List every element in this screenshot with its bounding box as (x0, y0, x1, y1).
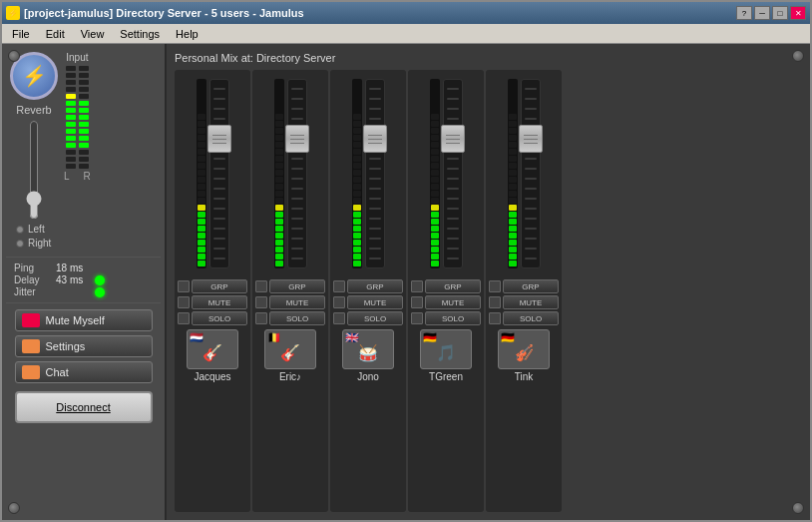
ch-mute-row-1: MUTE (255, 295, 325, 309)
mute-myself-button[interactable]: Mute Myself (15, 309, 153, 331)
user-info-2: 🇬🇧🥁Jono (333, 329, 403, 382)
fader-notch-0-8 (213, 168, 225, 170)
level-seg-3-12 (431, 177, 439, 183)
level-seg-4-18 (509, 135, 517, 141)
fader-notch-4-14 (525, 228, 537, 230)
user-info-1: 🇧🇪🎸Eric♪ (255, 329, 325, 382)
fader-grip-3-2 (446, 143, 460, 144)
ch-mute-button-2[interactable]: MUTE (347, 295, 403, 309)
fader-rail-4 (521, 79, 541, 268)
disconnect-button[interactable]: Disconnect (15, 391, 153, 423)
menu-view[interactable]: View (75, 27, 111, 41)
level-seg-1-8 (275, 205, 283, 211)
fader-notch-4-7 (525, 158, 537, 160)
ch-mute-indicator-0 (178, 296, 190, 308)
right-channel-label: R (84, 171, 91, 182)
chat-button[interactable]: Chat (15, 361, 153, 383)
menu-help[interactable]: Help (170, 27, 204, 41)
ch-solo-button-0[interactable]: SOLO (192, 311, 247, 325)
level-seg-2-6 (353, 219, 361, 225)
level-seg-1-4 (275, 233, 283, 239)
menu-file[interactable]: File (6, 27, 36, 41)
level-seg-3-14 (431, 163, 439, 169)
ch-mute-button-0[interactable]: MUTE (192, 295, 247, 309)
ch-mute-indicator-1 (255, 296, 267, 308)
ch-grp-button-1[interactable]: GRP (269, 279, 325, 293)
level-seg-0-20 (198, 121, 205, 127)
fader-thumb-0[interactable] (207, 125, 231, 153)
level-seg-0-19 (198, 128, 205, 134)
level-seg-2-16 (353, 149, 361, 155)
user-avatar-2: 🇬🇧🥁 (342, 329, 394, 369)
fader-grip-1-1 (290, 139, 304, 140)
level-seg-2-0 (353, 261, 361, 266)
user-instrument-icon-0: 🎸 (203, 343, 222, 362)
fader-notch-0-0 (213, 88, 225, 90)
stats-section: Ping 18 ms Delay 43 ms Jitter (6, 257, 161, 303)
fader-notch-3-15 (447, 238, 459, 240)
fader-thumb-1[interactable] (285, 125, 309, 153)
help-button[interactable]: ? (736, 6, 752, 20)
level-seg-0-7 (198, 212, 205, 218)
ch-solo-button-3[interactable]: SOLO (425, 311, 481, 325)
ch-mute-button-1[interactable]: MUTE (269, 295, 325, 309)
ch-grp-button-3[interactable]: GRP (425, 279, 481, 293)
level-meter-1 (274, 79, 284, 268)
user-flag-3: 🇩🇪 (423, 332, 437, 343)
fader-notch-0-10 (213, 188, 225, 190)
level-seg-1-21 (275, 114, 283, 120)
level-seg-4-5 (509, 226, 517, 232)
level-seg-3-21 (431, 114, 439, 120)
ch-solo-button-1[interactable]: SOLO (269, 311, 325, 325)
ch-mute-row-4: MUTE (489, 295, 559, 309)
level-seg-1-18 (275, 135, 283, 141)
delay-row: Delay 43 ms (14, 274, 153, 285)
ch-mute-button-4[interactable]: MUTE (503, 295, 559, 309)
level-seg-4-9 (509, 198, 517, 204)
chat-label: Chat (46, 366, 69, 378)
screw-bottom-right (792, 502, 804, 514)
level-seg-1-15 (275, 156, 283, 162)
ch-solo-button-4[interactable]: SOLO (503, 311, 559, 325)
fader-notch-4-2 (525, 108, 537, 110)
settings-button[interactable]: Settings (15, 335, 153, 357)
ch-solo-row-1: SOLO (255, 311, 325, 325)
user-avatar-3: 🇩🇪🎵 (420, 329, 472, 369)
ch-mute-button-3[interactable]: MUTE (425, 295, 481, 309)
close-button[interactable]: ✕ (790, 6, 806, 20)
channel-strip-1: GRPMUTESOLO🇧🇪🎸Eric♪ (252, 70, 328, 512)
fader-thumb-3[interactable] (441, 125, 465, 153)
level-seg-2-14 (353, 163, 361, 169)
ping-label: Ping (14, 262, 52, 273)
minimize-button[interactable]: ─ (754, 6, 770, 20)
mute-myself-icon (22, 313, 40, 327)
ch-grp-button-4[interactable]: GRP (503, 279, 559, 293)
level-seg-2-18 (353, 135, 361, 141)
menu-settings[interactable]: Settings (114, 27, 166, 41)
level-seg-3-9 (431, 198, 439, 204)
menu-edit[interactable]: Edit (40, 27, 71, 41)
fader-notch-2-13 (369, 218, 381, 220)
level-seg-2-19 (353, 128, 361, 134)
ch-grp-button-0[interactable]: GRP (192, 279, 247, 293)
mixer-title: Personal Mix at: Directory Server (175, 52, 802, 64)
channels-area: GRPMUTESOLO🇳🇱🎸JacquesGRPMUTESOLO🇧🇪🎸Eric♪… (175, 70, 802, 512)
ch-grp-button-2[interactable]: GRP (347, 279, 403, 293)
ch-solo-row-2: SOLO (333, 311, 403, 325)
level-seg-2-20 (353, 121, 361, 127)
fader-notch-4-16 (525, 248, 537, 250)
ch-grp-row-2: GRP (333, 279, 403, 293)
fader-thumb-4[interactable] (519, 125, 543, 153)
maximize-button[interactable]: □ (772, 6, 788, 20)
ch-solo-button-2[interactable]: SOLO (347, 311, 403, 325)
level-seg-4-14 (509, 163, 517, 169)
level-seg-0-11 (198, 184, 205, 190)
level-seg-0-17 (198, 142, 205, 148)
reverb-slider[interactable] (24, 120, 44, 220)
fader-grip-3-0 (446, 135, 460, 136)
delay-value: 43 ms (56, 274, 91, 285)
fader-thumb-2[interactable] (363, 125, 387, 153)
ch-grp-indicator-0 (178, 280, 190, 292)
ch-solo-indicator-4 (489, 312, 501, 324)
fader-notch-3-9 (447, 178, 459, 180)
